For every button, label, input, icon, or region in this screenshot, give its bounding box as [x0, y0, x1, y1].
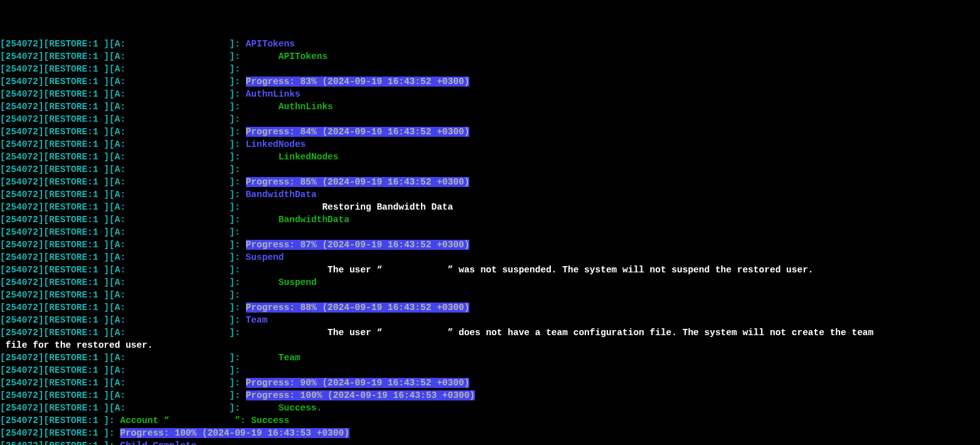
terminal-line: [254072][RESTORE:1 ][A: ]: BandwidthData: [0, 213, 980, 226]
progress-text: Progress: 100% (2024-09-19 16:43:53 +030…: [120, 428, 349, 438]
terminal-line: [254072][RESTORE:1 ][A: ]: Team: [0, 351, 980, 364]
terminal-line: [254072][RESTORE:1 ][A: ]: Suspend: [0, 276, 980, 289]
terminal-line: [254072][RESTORE:1 ][A: ]: AuthnLinks: [0, 100, 980, 113]
terminal-line: [254072][RESTORE:1 ][A: ]: AuthnLinks: [0, 88, 980, 100]
terminal-line: [254072][RESTORE:1 ][A: ]: The user “ ” …: [0, 264, 980, 276]
terminal-line: [254072][RESTORE:1 ][A: ]: Restoring Ban…: [0, 201, 980, 213]
terminal-line: [254072][RESTORE:1 ][A: ]: Progress: 87%…: [0, 239, 980, 251]
progress-text: Progress: 90% (2024-09-19 16:43:52 +0300…: [246, 378, 470, 388]
progress-text: Progress: 85% (2024-09-19 16:43:52 +0300…: [246, 177, 470, 187]
terminal-line: [254072][RESTORE:1 ][A: ]: LinkedNodes: [0, 138, 980, 151]
terminal-line: [254072][RESTORE:1 ][A: ]: APITokens: [0, 50, 980, 63]
terminal-line: [254072][RESTORE:1 ]: Child Complete: [0, 439, 980, 445]
terminal-line: [254072][RESTORE:1 ][A: ]: LinkedNodes: [0, 151, 980, 163]
terminal-line: [254072][RESTORE:1 ]: Progress: 100% (20…: [0, 427, 980, 439]
terminal-line: [254072][RESTORE:1 ][A: ]:: [0, 226, 980, 239]
terminal-line: [254072][RESTORE:1 ][A: ]: Progress: 90%…: [0, 377, 980, 389]
terminal-line: [254072][RESTORE:1 ][A: ]: Suspend: [0, 251, 980, 264]
terminal-line: [254072][RESTORE:1 ][A: ]:: [0, 364, 980, 377]
progress-text: Progress: 84% (2024-09-19 16:43:52 +0300…: [246, 127, 470, 137]
terminal-line: [254072][RESTORE:1 ][A: ]: APITokens: [0, 38, 980, 50]
terminal-line: [254072][RESTORE:1 ][A: ]:: [0, 63, 980, 75]
terminal-line: [254072][RESTORE:1 ][A: ]: Progress: 83%…: [0, 75, 980, 88]
terminal-line: [254072][RESTORE:1 ][A: ]:: [0, 113, 980, 126]
terminal-line: [254072][RESTORE:1 ][A: ]:: [0, 289, 980, 301]
terminal-line: [254072][RESTORE:1 ][A: ]: Progress: 84%…: [0, 126, 980, 138]
terminal-line: [254072][RESTORE:1 ]: Account “ ”: Succe…: [0, 414, 980, 427]
terminal-line: [254072][RESTORE:1 ][A: ]: The user “ ” …: [0, 326, 980, 339]
progress-text: Progress: 100% (2024-09-19 16:43:53 +030…: [246, 390, 475, 400]
progress-text: Progress: 83% (2024-09-19 16:43:52 +0300…: [246, 77, 470, 87]
terminal-line: [254072][RESTORE:1 ][A: ]:: [0, 163, 980, 176]
terminal-output: [254072][RESTORE:1 ][A: ]: APITokens[254…: [0, 38, 980, 445]
terminal-line: [254072][RESTORE:1 ][A: ]: Progress: 85%…: [0, 176, 980, 188]
terminal-line: file for the restored user.: [0, 339, 980, 351]
terminal-line: [254072][RESTORE:1 ][A: ]: Progress: 100…: [0, 389, 980, 402]
terminal-line: [254072][RESTORE:1 ][A: ]: Progress: 88%…: [0, 301, 980, 314]
terminal-line: [254072][RESTORE:1 ][A: ]: Team: [0, 314, 980, 326]
terminal-line: [254072][RESTORE:1 ][A: ]: Success.: [0, 402, 980, 414]
progress-text: Progress: 87% (2024-09-19 16:43:52 +0300…: [246, 240, 470, 250]
progress-text: Progress: 88% (2024-09-19 16:43:52 +0300…: [246, 303, 470, 313]
terminal-line: [254072][RESTORE:1 ][A: ]: BandwidthData: [0, 188, 980, 201]
